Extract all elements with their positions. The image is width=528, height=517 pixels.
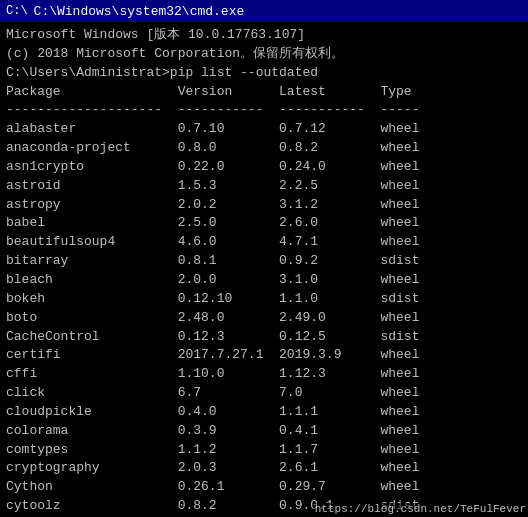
terminal-line: asn1crypto 0.22.0 0.24.0 wheel — [6, 158, 522, 177]
terminal-line: colorama 0.3.9 0.4.1 wheel — [6, 422, 522, 441]
terminal-line: alabaster 0.7.10 0.7.12 wheel — [6, 120, 522, 139]
title-bar: C:\ C:\Windows\system32\cmd.exe — [0, 0, 528, 22]
terminal-line: bokeh 0.12.10 1.1.0 sdist — [6, 290, 522, 309]
terminal-line: CacheControl 0.12.3 0.12.5 sdist — [6, 328, 522, 347]
terminal-line: beautifulsoup4 4.6.0 4.7.1 wheel — [6, 233, 522, 252]
title-bar-icon: C:\ — [6, 4, 28, 18]
terminal-wrapper: Microsoft Windows [版本 10.0.17763.107](c)… — [0, 22, 528, 517]
terminal-line: cryptography 2.0.3 2.6.1 wheel — [6, 459, 522, 478]
terminal-line: cffi 1.10.0 1.12.3 wheel — [6, 365, 522, 384]
title-bar-text: C:\Windows\system32\cmd.exe — [34, 4, 245, 19]
terminal-line: comtypes 1.1.2 1.1.7 wheel — [6, 441, 522, 460]
terminal-line: Package Version Latest Type — [6, 83, 522, 102]
terminal-line: click 6.7 7.0 wheel — [6, 384, 522, 403]
terminal-line: babel 2.5.0 2.6.0 wheel — [6, 214, 522, 233]
terminal-line: C:\Users\Administrat>pip list --outdated — [6, 64, 522, 83]
terminal-line: astroid 1.5.3 2.2.5 wheel — [6, 177, 522, 196]
terminal-line: Microsoft Windows [版本 10.0.17763.107] — [6, 26, 522, 45]
terminal-line: bleach 2.0.0 3.1.0 wheel — [6, 271, 522, 290]
terminal-line: certifi 2017.7.27.1 2019.3.9 wheel — [6, 346, 522, 365]
terminal-line: -------------------- ----------- -------… — [6, 101, 522, 120]
cmd-window: C:\ C:\Windows\system32\cmd.exe Microsof… — [0, 0, 528, 517]
watermark: https://blog.csdn.net/TeFulFever — [313, 503, 528, 515]
terminal-line: boto 2.48.0 2.49.0 wheel — [6, 309, 522, 328]
terminal-line: cloudpickle 0.4.0 1.1.1 wheel — [6, 403, 522, 422]
terminal-line: bitarray 0.8.1 0.9.2 sdist — [6, 252, 522, 271]
terminal-line: Cython 0.26.1 0.29.7 wheel — [6, 478, 522, 497]
terminal-line: (c) 2018 Microsoft Corporation。保留所有权利。 — [6, 45, 522, 64]
terminal-line: anaconda-project 0.8.0 0.8.2 wheel — [6, 139, 522, 158]
terminal-line: astropy 2.0.2 3.1.2 wheel — [6, 196, 522, 215]
terminal-body[interactable]: Microsoft Windows [版本 10.0.17763.107](c)… — [0, 22, 528, 517]
